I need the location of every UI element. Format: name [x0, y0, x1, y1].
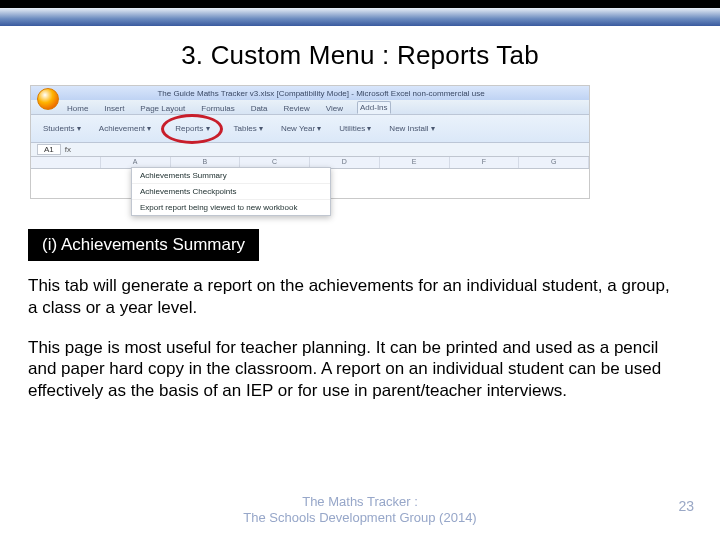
ribbon-reports[interactable]: Reports ▾: [169, 122, 215, 135]
dropdown-item-achievements-checkpoints[interactable]: Achievements Checkpoints: [132, 184, 330, 200]
paragraph-2: This page is most useful for teacher pla…: [28, 337, 680, 402]
name-box[interactable]: A1: [37, 144, 61, 155]
ribbon-reports-label: Reports ▾: [175, 124, 209, 133]
tab-view[interactable]: View: [324, 103, 345, 114]
col-corner[interactable]: [31, 157, 101, 168]
tab-review[interactable]: Review: [282, 103, 312, 114]
fx-icon[interactable]: fx: [65, 145, 71, 154]
ribbon-newinstall[interactable]: New Install ▾: [389, 124, 434, 133]
top-black-bar: [0, 0, 720, 8]
excel-ribbon-tabs: Home Insert Page Layout Formulas Data Re…: [31, 100, 589, 115]
tab-home[interactable]: Home: [65, 103, 90, 114]
paragraph-1: This tab will generate a report on the a…: [28, 275, 680, 319]
col-g[interactable]: G: [519, 157, 589, 168]
reports-dropdown: Achievements Summary Achievements Checkp…: [131, 167, 331, 216]
body-text: This tab will generate a report on the a…: [0, 275, 720, 402]
excel-screenshot: The Guide Maths Tracker v3.xlsx [Compati…: [30, 85, 590, 199]
tab-addins[interactable]: Add-Ins: [357, 101, 391, 114]
dropdown-item-achievements-summary[interactable]: Achievements Summary: [132, 168, 330, 184]
office-button-icon[interactable]: [37, 88, 59, 110]
ribbon-utilities[interactable]: Utilities ▾: [339, 124, 371, 133]
footer-line-2: The Schools Development Group (2014): [243, 510, 476, 526]
slide-title: 3. Custom Menu : Reports Tab: [0, 26, 720, 85]
formula-bar: A1 fx: [31, 143, 589, 157]
excel-ribbon: Students ▾ Achievement ▾ Reports ▾ Table…: [31, 115, 589, 143]
footer: The Maths Tracker : The Schools Developm…: [0, 494, 720, 527]
slide: 3. Custom Menu : Reports Tab The Guide M…: [0, 0, 720, 540]
ribbon-achievement[interactable]: Achievement ▾: [99, 124, 151, 133]
col-e[interactable]: E: [380, 157, 450, 168]
ribbon-tables[interactable]: Tables ▾: [234, 124, 263, 133]
excel-window-title: The Guide Maths Tracker v3.xlsx [Compati…: [57, 89, 585, 98]
ribbon-students[interactable]: Students ▾: [43, 124, 81, 133]
tab-page-layout[interactable]: Page Layout: [138, 103, 187, 114]
col-f[interactable]: F: [450, 157, 520, 168]
footer-line-1: The Maths Tracker :: [243, 494, 476, 510]
section-label: (i) Achievements Summary: [28, 229, 259, 261]
tab-data[interactable]: Data: [249, 103, 270, 114]
page-number: 23: [678, 498, 694, 514]
gradient-bar: [0, 8, 720, 26]
footer-text: The Maths Tracker : The Schools Developm…: [243, 494, 476, 527]
excel-titlebar: The Guide Maths Tracker v3.xlsx [Compati…: [31, 86, 589, 100]
dropdown-item-export-report[interactable]: Export report being viewed to new workbo…: [132, 200, 330, 215]
tab-formulas[interactable]: Formulas: [199, 103, 236, 114]
ribbon-newyear[interactable]: New Year ▾: [281, 124, 321, 133]
tab-insert[interactable]: Insert: [102, 103, 126, 114]
